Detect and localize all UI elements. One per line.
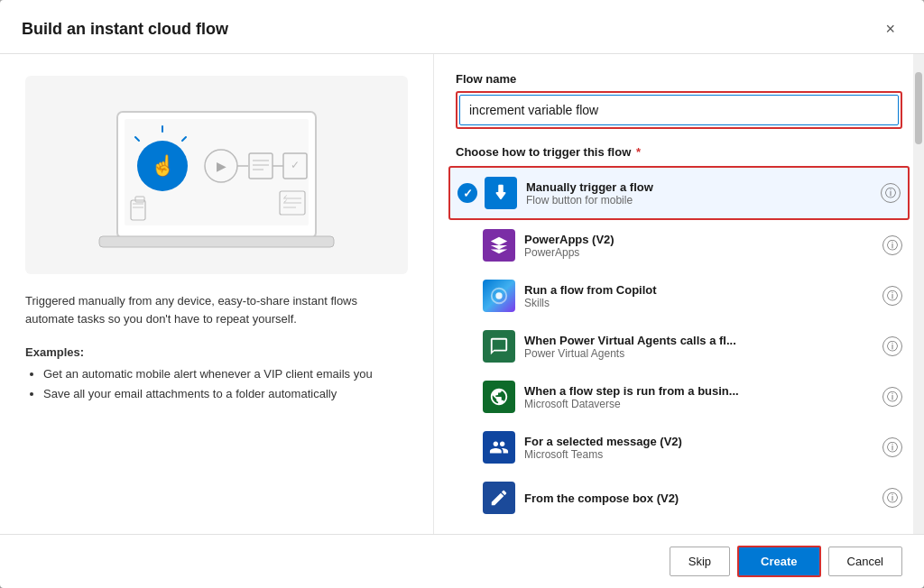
trigger-item-dataverse[interactable]: When a flow step is run from a busin... … <box>434 372 924 422</box>
trigger-sub-pva: Power Virtual Agents <box>524 347 882 360</box>
info-button-manually[interactable]: ⓘ <box>881 183 901 203</box>
trigger-sub-teams: Microsoft Teams <box>524 448 882 461</box>
info-button-compose[interactable]: ⓘ <box>882 488 902 508</box>
trigger-icon-powerapps <box>483 229 515 262</box>
cancel-button[interactable]: Cancel <box>828 547 902 576</box>
trigger-icon-pva <box>483 330 515 363</box>
dialog-header: Build an instant cloud flow × <box>0 0 924 54</box>
trigger-sub-manually: Flow button for mobile <box>526 194 881 207</box>
right-panel: Flow name Choose how to trigger this flo… <box>433 54 924 534</box>
trigger-info-dataverse: When a flow step is run from a busin... … <box>524 384 882 410</box>
info-button-powerapps[interactable]: ⓘ <box>882 235 902 255</box>
trigger-info-powerapps: PowerApps (V2) PowerApps <box>524 233 882 259</box>
trigger-sub-dataverse: Microsoft Dataverse <box>524 398 882 410</box>
trigger-name-teams: For a selected message (V2) <box>524 435 882 448</box>
svg-text:✓: ✓ <box>291 159 300 171</box>
trigger-name-compose: From the compose box (V2) <box>524 492 882 505</box>
svg-rect-2 <box>99 236 334 247</box>
dialog-body: ☝ ▶ <box>0 54 924 534</box>
trigger-info-pva: When Power Virtual Agents calls a fl... … <box>524 334 882 360</box>
trigger-name-dataverse: When a flow step is run from a busin... <box>524 384 882 398</box>
build-instant-flow-dialog: Build an instant cloud flow × <box>0 0 924 588</box>
info-button-copilot[interactable]: ⓘ <box>882 286 902 306</box>
info-button-dataverse[interactable]: ⓘ <box>882 387 902 407</box>
trigger-icon-copilot <box>483 280 515 312</box>
trigger-icon-manually <box>485 177 517 209</box>
trigger-icon-dataverse <box>483 381 515 413</box>
description-text: Triggered manually from any device, easy… <box>25 292 408 327</box>
examples-section: Examples: Get an automatic mobile alert … <box>25 345 408 404</box>
trigger-info-manually: Manually trigger a flow Flow button for … <box>526 180 881 207</box>
create-button[interactable]: Create <box>737 546 820 577</box>
example-item-2: Save all your email attachments to a fol… <box>43 384 408 404</box>
trigger-sub-copilot: Skills <box>524 297 882 309</box>
dialog-footer: Skip Create Cancel <box>0 534 924 588</box>
trigger-name-copilot: Run a flow from Copilot <box>524 283 882 297</box>
info-button-pva[interactable]: ⓘ <box>882 336 902 356</box>
right-panel-content: Flow name Choose how to trigger this flo… <box>434 72 924 166</box>
scrollbar-thumb <box>915 72 922 144</box>
flow-name-wrapper <box>456 91 902 129</box>
trigger-info-compose: From the compose box (V2) <box>524 492 882 505</box>
trigger-icon-teams <box>483 431 515 464</box>
trigger-sub-powerapps: PowerApps <box>524 246 882 259</box>
trigger-item-teams[interactable]: For a selected message (V2) Microsoft Te… <box>434 422 924 473</box>
trigger-item-manually[interactable]: ✓ Manually trigger a flow Flow button fo… <box>448 166 910 220</box>
dialog-title: Build an instant cloud flow <box>22 20 228 39</box>
required-star: * <box>633 145 641 159</box>
svg-point-28 <box>495 292 502 299</box>
examples-title: Examples: <box>25 345 408 359</box>
trigger-name-pva: When Power Virtual Agents calls a fl... <box>524 334 882 347</box>
trigger-label: Choose how to trigger this flow * <box>456 145 902 159</box>
trigger-item-compose[interactable]: From the compose box (V2) ⓘ <box>434 473 924 523</box>
trigger-list: ✓ Manually trigger a flow Flow button fo… <box>434 166 924 534</box>
trigger-name-powerapps: PowerApps (V2) <box>524 233 882 246</box>
skip-button[interactable]: Skip <box>670 547 730 576</box>
flow-name-input[interactable] <box>459 95 899 125</box>
svg-text:▶: ▶ <box>217 159 226 173</box>
trigger-item-copilot[interactable]: Run a flow from Copilot Skills ⓘ <box>434 271 924 321</box>
flow-name-label: Flow name <box>456 72 902 86</box>
info-button-teams[interactable]: ⓘ <box>882 437 902 457</box>
illustration: ☝ ▶ <box>25 76 408 274</box>
check-circle-manually: ✓ <box>457 183 477 203</box>
close-button[interactable]: × <box>878 16 902 42</box>
example-item-1: Get an automatic mobile alert whenever a… <box>43 364 408 384</box>
trigger-item-powerapps[interactable]: PowerApps (V2) PowerApps ⓘ <box>434 220 924 271</box>
laptop-illustration: ☝ ▶ <box>81 94 352 256</box>
trigger-icon-compose <box>483 482 515 514</box>
svg-text:✓: ✓ <box>283 198 288 204</box>
examples-list: Get an automatic mobile alert whenever a… <box>25 364 408 404</box>
trigger-info-teams: For a selected message (V2) Microsoft Te… <box>524 435 882 461</box>
scrollbar-track[interactable] <box>913 54 924 534</box>
svg-text:☝: ☝ <box>151 153 176 178</box>
left-panel: ☝ ▶ <box>0 54 433 534</box>
trigger-name-manually: Manually trigger a flow <box>526 180 881 194</box>
trigger-info-copilot: Run a flow from Copilot Skills <box>524 283 882 309</box>
trigger-item-pva[interactable]: When Power Virtual Agents calls a fl... … <box>434 321 924 372</box>
